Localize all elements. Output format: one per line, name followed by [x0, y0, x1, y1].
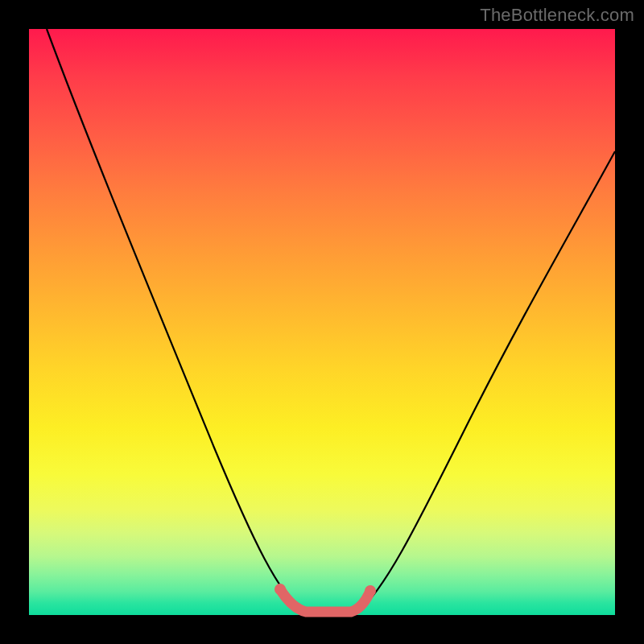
highlight-dot-left	[275, 584, 286, 595]
outer-frame: TheBottleneck.com	[0, 0, 644, 644]
highlight-dot-right	[365, 585, 376, 597]
bottom-highlight	[280, 589, 370, 612]
left-curve	[47, 29, 303, 612]
right-curve	[357, 151, 615, 612]
chart-svg	[29, 29, 615, 615]
plot-area	[29, 29, 615, 615]
watermark-text: TheBottleneck.com	[480, 5, 634, 26]
